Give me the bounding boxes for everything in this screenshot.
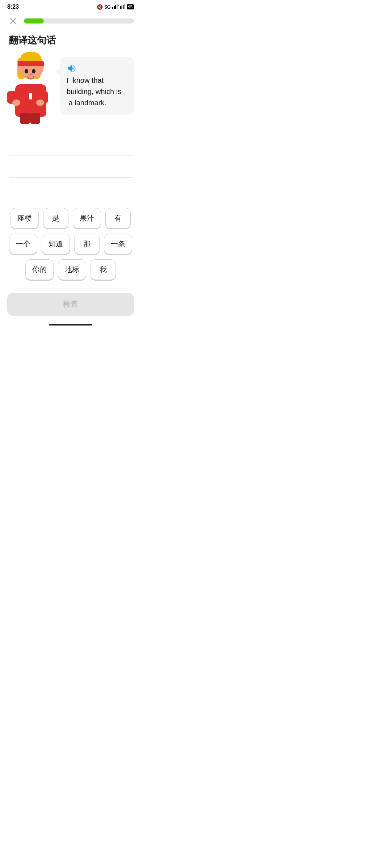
svg-rect-5	[120, 6, 121, 9]
word-chip-知道[interactable]: 知道	[42, 234, 70, 254]
svg-rect-3	[117, 4, 118, 9]
answer-line-1	[9, 134, 133, 156]
word-chip-一条[interactable]: 一条	[104, 234, 132, 254]
speech-bubble: I know that building, which is a landmar…	[60, 57, 134, 115]
mute-icon: 🔇	[97, 4, 103, 10]
close-button[interactable]	[7, 15, 19, 27]
battery-icon: 95	[127, 4, 134, 9]
word-row-2: 一个 知道 那 一条	[6, 234, 135, 254]
svg-rect-2	[115, 5, 116, 9]
svg-rect-8	[124, 4, 125, 9]
char-leg-left	[20, 113, 30, 124]
svg-rect-6	[121, 5, 122, 9]
character-area: I know that building, which is a landmar…	[0, 53, 141, 129]
char-eye-left	[25, 69, 28, 73]
svg-rect-0	[112, 7, 113, 9]
status-bar: 8:23 🔇 5G 95	[0, 0, 141, 12]
char-nose	[29, 73, 33, 76]
word-chip-你的[interactable]: 你的	[25, 259, 54, 280]
char-whistle	[29, 93, 32, 99]
progress-bar-fill	[24, 18, 44, 24]
speaker-icon[interactable]	[67, 63, 77, 73]
svg-rect-7	[123, 5, 124, 9]
status-time: 8:23	[7, 4, 19, 10]
char-hand-right	[36, 99, 44, 106]
word-chip-一个[interactable]: 一个	[9, 234, 37, 254]
check-button-area: 检查	[0, 287, 141, 320]
check-button[interactable]: 检查	[7, 293, 134, 316]
status-right: 🔇 5G 95	[97, 4, 134, 10]
word-chip-有[interactable]: 有	[105, 208, 131, 229]
char-leg-right	[30, 113, 40, 124]
char-headband	[18, 61, 44, 66]
page-title: 翻译这句话	[0, 30, 141, 53]
word-row-1: 座楼 是 果汁 有	[6, 208, 135, 229]
char-smile	[27, 76, 34, 80]
home-indicator	[0, 320, 141, 328]
word-chip-果汁[interactable]: 果汁	[73, 208, 101, 229]
top-nav	[0, 12, 141, 30]
word-bank: 座楼 是 果汁 有 一个 知道 那 一条 你的 地标 我	[0, 199, 141, 287]
word-chip-是[interactable]: 是	[43, 208, 68, 229]
answer-area	[0, 129, 141, 199]
progress-bar	[24, 18, 134, 24]
svg-rect-1	[114, 6, 115, 9]
svg-rect-4	[118, 5, 119, 6]
word-chip-我[interactable]: 我	[91, 259, 116, 280]
char-hand-left	[12, 99, 20, 106]
answer-line-3	[9, 178, 133, 199]
network-label: 5G	[104, 4, 110, 10]
bubble-text: I know that building, which is a landmar…	[67, 75, 127, 109]
word-row-3: 你的 地标 我	[6, 259, 135, 280]
word-chip-那[interactable]: 那	[74, 234, 100, 254]
char-eye-right	[32, 69, 35, 73]
home-bar	[49, 324, 92, 326]
signal-icon	[112, 4, 119, 10]
word-chip-地标[interactable]: 地标	[58, 259, 86, 280]
bubble-content: I know that building, which is a landmar…	[67, 63, 127, 109]
character-figure	[7, 53, 54, 125]
signal-icon-2	[120, 4, 125, 10]
word-chip-座楼[interactable]: 座楼	[10, 208, 39, 229]
answer-line-2	[9, 156, 133, 178]
